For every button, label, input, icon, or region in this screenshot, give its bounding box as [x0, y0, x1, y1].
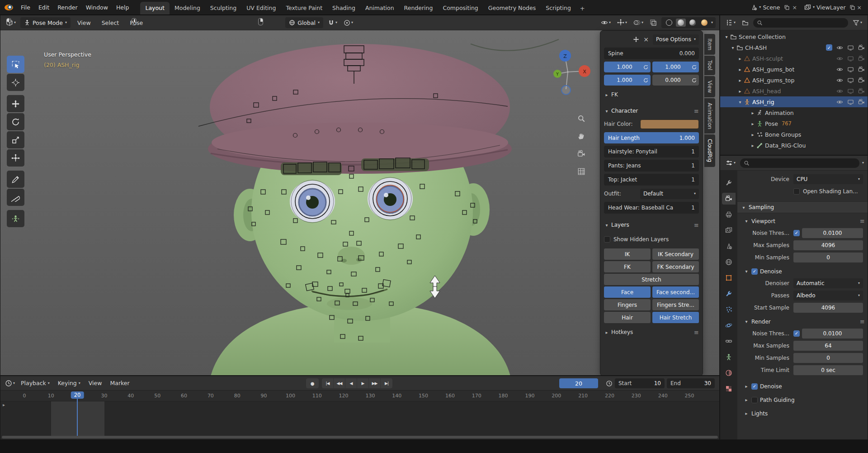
hair-button[interactable]: Hair	[604, 312, 651, 323]
path-guiding-checkbox[interactable]	[751, 397, 758, 403]
tab-physics[interactable]	[722, 319, 736, 331]
render-noise-checkbox[interactable]: ✓	[793, 330, 800, 337]
tool-select-box[interactable]	[7, 56, 24, 73]
denoise-collapsed-header[interactable]: ▸✓Denoise	[737, 381, 868, 392]
spine-slider[interactable]: Spine0.000	[604, 48, 699, 59]
outliner-search-input[interactable]	[765, 19, 844, 26]
jump-to-start-button[interactable]: |◀	[322, 378, 334, 388]
character-section-header[interactable]: ▾Character≡	[604, 106, 699, 116]
denoise-subsection-header[interactable]: ▾✓Denoise	[737, 266, 868, 277]
preset-menu-icon[interactable]: ≡	[860, 318, 865, 325]
denoise2-checkbox[interactable]: ✓	[751, 383, 758, 390]
tab-object[interactable]	[722, 272, 736, 284]
tool-annotate[interactable]	[7, 171, 24, 188]
workspace-tab-geometry-nodes[interactable]: Geometry Nodes	[483, 2, 541, 14]
outliner-row-animation[interactable]: ▸Animation	[720, 107, 868, 118]
fk-section-toggle[interactable]: ▸FK	[604, 90, 699, 100]
hide-eye-icon[interactable]	[836, 66, 843, 73]
shading-wireframe-button[interactable]	[664, 19, 674, 27]
hotkeys-section-toggle[interactable]: ▸Hotkeys≡	[604, 327, 699, 337]
timeline-scrollbar[interactable]	[2, 436, 718, 439]
viewport-subsection-header[interactable]: ▾Viewport≡	[737, 215, 868, 227]
ik-button[interactable]: IK	[604, 248, 651, 260]
hair-stretch-button[interactable]: Hair Stretch	[652, 312, 699, 323]
tab-data[interactable]	[722, 351, 736, 363]
tool-3d-cursor[interactable]	[7, 74, 24, 91]
play-reverse-button[interactable]: ◀	[345, 378, 357, 388]
pants-button[interactable]: Pants: Jeans1	[604, 160, 699, 172]
tool-transform[interactable]	[7, 149, 24, 167]
next-keyframe-button[interactable]: ▶▶	[369, 378, 381, 388]
disable-render-icon[interactable]	[858, 44, 865, 51]
vp-max-samples-field[interactable]: 4096	[793, 240, 863, 250]
gizmo-negative-z-axis[interactable]	[561, 86, 571, 95]
overlays-dropdown[interactable]: ▾	[632, 18, 645, 27]
menu-help[interactable]: Help	[112, 0, 133, 14]
viewport-canvas[interactable]: User Perspective (20) ASH_rig	[0, 30, 720, 376]
face-button[interactable]: Face	[604, 286, 651, 298]
outliner-row-scene-collection[interactable]: ▾Scene Collection	[720, 31, 868, 42]
outliner-filter-button[interactable]: ▾	[851, 19, 864, 27]
stretch-button[interactable]: Stretch	[604, 274, 699, 285]
panel-menu-icon[interactable]: ≡	[694, 222, 699, 229]
zoom-button[interactable]	[576, 113, 587, 124]
disable-render-icon[interactable]	[858, 99, 865, 105]
shading-options-chevron[interactable]: ▾	[711, 21, 713, 24]
outliner-row-ash-rig[interactable]: ▾ASH_rig	[720, 96, 868, 107]
vp-min-samples-field[interactable]: 0	[793, 253, 863, 262]
disable-render-icon[interactable]	[858, 77, 865, 84]
scene-name[interactable]: Scene	[763, 4, 780, 11]
head-wear-button[interactable]: Head Wear: Baseball Ca1	[604, 202, 699, 214]
record-button[interactable]: ●	[306, 378, 319, 388]
outliner-search[interactable]	[753, 18, 848, 28]
tab-scene[interactable]	[722, 240, 736, 252]
tab-material[interactable]	[722, 367, 736, 379]
view-layer-icon[interactable]	[804, 4, 811, 11]
ikfk-slider-3[interactable]: 1.000	[604, 75, 651, 86]
ikfk-slider-1[interactable]: 1.000	[604, 62, 651, 72]
tab-render[interactable]	[722, 193, 736, 205]
playhead-line[interactable]	[77, 398, 78, 437]
denoiser-dropdown[interactable]: Automatic▾	[793, 278, 863, 288]
device-dropdown[interactable]: CPU▾	[793, 174, 863, 184]
shading-material-button[interactable]	[688, 19, 698, 27]
sidebar-tab-view[interactable]: View	[704, 76, 715, 97]
sidebar-tab-tool[interactable]: Tool	[704, 56, 715, 75]
properties-editor-type-button[interactable]: ▾	[724, 158, 737, 167]
menu-render[interactable]: Render	[53, 0, 82, 14]
play-button[interactable]: ▶	[357, 378, 369, 388]
sampling-section-header[interactable]: ▾Sampling	[737, 201, 868, 213]
tab-view-layer[interactable]	[722, 224, 736, 236]
current-frame-field[interactable]: 20	[559, 378, 598, 388]
sidebar-tab-item[interactable]: Item	[704, 34, 715, 55]
osl-checkbox[interactable]	[793, 188, 800, 195]
disable-render-icon[interactable]	[858, 88, 865, 95]
jump-to-end-button[interactable]: ▶|	[381, 378, 392, 388]
timeline-tracks[interactable]	[0, 401, 720, 437]
tab-world[interactable]	[722, 256, 736, 268]
time-limit-field[interactable]: 0 sec	[793, 365, 863, 375]
collection-exclude-checkbox[interactable]: ✓	[826, 44, 832, 51]
drag-handle-icon[interactable]	[633, 36, 639, 43]
menu-edit[interactable]: Edit	[34, 0, 53, 14]
outliner-row-ash-sculpt[interactable]: ▸ASH-sculpt	[720, 53, 868, 64]
camera-view-button[interactable]	[576, 148, 587, 160]
render-max-samples-field[interactable]: 64	[793, 341, 863, 351]
preset-menu-icon[interactable]: ≡	[860, 218, 865, 224]
properties-search[interactable]	[740, 158, 859, 168]
unlink-scene-icon[interactable]: ×	[793, 4, 797, 11]
fk-button[interactable]: FK	[604, 261, 651, 272]
disable-viewport-icon[interactable]	[847, 77, 854, 84]
transform-orientation-dropdown[interactable]: Global ▾	[285, 17, 323, 28]
workspace-tab-modeling[interactable]: Modeling	[170, 2, 205, 14]
render-subsection-header[interactable]: ▾Render≡	[737, 316, 868, 327]
tab-modifiers[interactable]	[722, 288, 736, 300]
path-guiding-header[interactable]: ▸Path Guiding	[737, 394, 868, 405]
use-preview-range-icon[interactable]	[606, 380, 613, 387]
ikfk-slider-2[interactable]: 1.000	[652, 62, 699, 72]
vp-noise-checkbox[interactable]: ✓	[793, 230, 800, 236]
menu-view-timeline[interactable]: View	[85, 376, 106, 390]
view-layer-browse-chevron[interactable]: ▾	[813, 5, 815, 9]
outliner-row-ash-head[interactable]: ▸ASH_head	[720, 86, 868, 96]
ortho-toggle-button[interactable]	[576, 166, 587, 177]
